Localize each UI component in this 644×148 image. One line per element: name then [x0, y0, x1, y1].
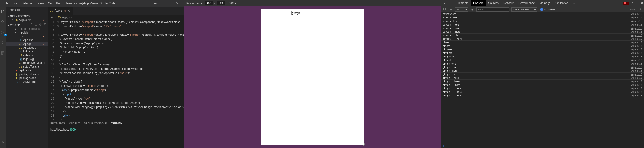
width-input[interactable] — [204, 1, 213, 5]
tree-item-package-lock-json[interactable]: {}package-lock.json — [6, 72, 48, 76]
search-icon[interactable] — [0, 19, 6, 24]
log-source-link[interactable]: App.js:15 — [631, 23, 642, 26]
tree-item-App-css[interactable]: #App.css — [6, 38, 48, 42]
console-log-row[interactable]: sdvsdv hereApp.js:15 — [441, 23, 644, 26]
tab-close-icon[interactable]: ✕ — [68, 9, 70, 12]
console-log-row[interactable]: sdvsdv hereApp.js:15 — [441, 34, 644, 37]
tree-item-reportWebVitals-js[interactable]: JSreportWebVitals.js — [6, 61, 48, 65]
collapse-icon[interactable] — [43, 23, 46, 26]
console-log-row[interactable]: gfnfghereApp.js:13 — [441, 55, 644, 58]
devtools-tab-elements[interactable]: Elements — [454, 0, 471, 6]
tree-item-public[interactable]: ›public — [6, 31, 48, 34]
log-source-link[interactable]: App.js:13 — [631, 48, 642, 51]
console-log-row[interactable]: sdvsdv hereApp.js:15 — [441, 16, 644, 20]
tree-item-index-js[interactable]: JSindex.js — [6, 54, 48, 57]
refresh-icon[interactable] — [39, 23, 42, 26]
extensions-icon[interactable] — [0, 50, 6, 56]
devtools-tab-application[interactable]: Application — [552, 0, 571, 6]
more-icon[interactable]: ⋯ — [42, 9, 45, 12]
zoom-select[interactable]: 100% ▾ — [228, 2, 236, 5]
new-folder-icon[interactable] — [35, 23, 38, 26]
panel-tab-terminal[interactable]: TERMINAL — [111, 121, 124, 126]
context-select[interactable]: top — [455, 7, 468, 12]
device-select[interactable]: Responsive ▾ — [186, 2, 202, 5]
tree-item-setupTests-js[interactable]: JSsetupTests.js — [6, 65, 48, 68]
open-editor-item[interactable]: ✕ JS App.js src M — [6, 18, 48, 22]
accounts-icon[interactable] — [0, 140, 6, 146]
tree-item-package-json[interactable]: {}package.json — [6, 76, 48, 80]
log-source-link[interactable]: App.js:13 — [631, 59, 642, 62]
console-log-row[interactable]: gfnfgn hereApp.js:13 — [441, 66, 644, 69]
console-prompt[interactable]: › — [441, 144, 644, 148]
log-source-link[interactable]: App.js:13 — [631, 87, 642, 90]
settings-icon[interactable] — [638, 8, 642, 11]
new-file-icon[interactable] — [30, 23, 33, 26]
code-content[interactable]: "k-keyword">class="k-import">import "k-c… — [57, 20, 184, 120]
log-source-link[interactable]: App.js:13 — [631, 76, 642, 79]
console-log-row[interactable]: gfnfhereApp.js:13 — [441, 51, 644, 55]
levels-select[interactable]: Default levels — [511, 7, 537, 12]
close-devtools-icon[interactable]: ✕ — [641, 2, 643, 5]
devtools-tab-network[interactable]: Network — [501, 0, 516, 6]
console-log-row[interactable]: gfnfgn hereApp.js:13 — [441, 69, 644, 72]
tree-item-logo-svg[interactable]: ▣logo.svg — [6, 57, 48, 61]
log-source-link[interactable]: App.js:15 — [631, 12, 642, 15]
project-header[interactable]: ⌄ MY-APP — [6, 23, 48, 27]
run-debug-icon[interactable] — [0, 40, 6, 46]
console-log-row[interactable]: sdvsdv hereApp.js:15 — [441, 37, 644, 41]
devtools-tab-console[interactable]: Console — [471, 0, 486, 6]
clear-console-icon[interactable]: ⊘ — [448, 8, 453, 11]
log-source-link[interactable]: App.js:15 — [631, 20, 642, 22]
console-log-row[interactable]: gfnhereApp.js:13 — [441, 48, 644, 51]
panel-tab-debug-console[interactable]: DEBUG CONSOLE — [84, 121, 106, 126]
settings-icon[interactable] — [631, 2, 634, 5]
log-source-link[interactable]: App.js:15 — [631, 27, 642, 30]
log-source-link[interactable]: App.js:13 — [631, 69, 642, 72]
menu-file[interactable]: File — [2, 1, 10, 6]
open-editors-header[interactable]: ⌄ OPEN EDITORS — [6, 14, 48, 18]
tab-app-js[interactable]: JS App.js M ✕ — [48, 6, 73, 15]
log-source-link[interactable]: App.js:13 — [631, 52, 642, 54]
log-source-link[interactable]: App.js:13 — [631, 84, 642, 86]
menu-selection[interactable]: Selection — [20, 1, 35, 6]
height-input[interactable] — [216, 1, 225, 5]
code-editor[interactable]: 1234567891011121314151617181920212223242… — [48, 20, 184, 120]
sidebar-toggle-icon[interactable] — [442, 8, 446, 11]
console-log-row[interactable]: gfnfgn hereApp.js:13 — [441, 83, 644, 87]
console-log-row[interactable]: sdvsdv hereApp.js:15 — [441, 30, 644, 34]
app-text-input[interactable] — [291, 11, 334, 15]
console-log-row[interactable]: gfnfgn hereApp.js:13 — [441, 62, 644, 66]
error-badge[interactable]: 8 — [623, 2, 629, 5]
log-source-link[interactable]: App.js:15 — [631, 37, 642, 40]
log-source-link[interactable]: App.js:13 — [631, 66, 642, 68]
console-log-row[interactable]: gfhereApp.js:13 — [441, 44, 644, 48]
no-issues-badge[interactable]: No Issues — [540, 8, 555, 11]
tree-item-index-css[interactable]: #index.css — [6, 50, 48, 54]
log-source-link[interactable]: App.js:13 — [631, 55, 642, 58]
menu-go[interactable]: Go — [46, 1, 54, 6]
tree-item-node_modules[interactable]: ›node_modules — [6, 27, 48, 31]
close-button[interactable]: ✕ — [172, 0, 182, 6]
console-log-row[interactable]: sdvsdv hereApp.js:15 — [441, 26, 644, 30]
console-log-row[interactable]: gfnfgn hereApp.js:13 — [441, 72, 644, 76]
tree-item--gitignore[interactable]: ◆.gitignore — [6, 68, 48, 72]
log-source-link[interactable]: App.js:13 — [631, 73, 642, 76]
log-source-link[interactable]: App.js:13 — [631, 44, 642, 47]
log-source-link[interactable]: App.js:15 — [631, 30, 642, 33]
devtools-tab-sources[interactable]: Sources — [486, 0, 501, 6]
console-log-row[interactable]: gfnfgnhereApp.js:13 — [441, 58, 644, 62]
inspect-icon[interactable] — [442, 2, 448, 4]
explorer-icon[interactable] — [0, 8, 6, 14]
console-log-row[interactable]: sdvsdvhereApp.js:15 — [441, 12, 644, 16]
devtools-tab-memory[interactable]: Memory — [537, 0, 552, 6]
console-log-row[interactable]: gfnfgn hereApp.js:13 — [441, 76, 644, 80]
breadcrumb-ellipsis[interactable]: … — [73, 16, 76, 19]
menu-view[interactable]: View — [36, 1, 46, 6]
tree-item-App-js[interactable]: JSApp.jsM — [6, 42, 48, 46]
hidden-count[interactable]: 1 hidden — [626, 8, 636, 11]
log-source-link[interactable]: App.js:15 — [631, 34, 642, 37]
panel-tab-problems[interactable]: PROBLEMS — [50, 121, 65, 126]
maximize-button[interactable]: ☐ — [161, 0, 172, 6]
terminal-body[interactable]: http://localhost:3000 — [48, 127, 184, 148]
more-tabs-icon[interactable]: » — [571, 2, 577, 5]
